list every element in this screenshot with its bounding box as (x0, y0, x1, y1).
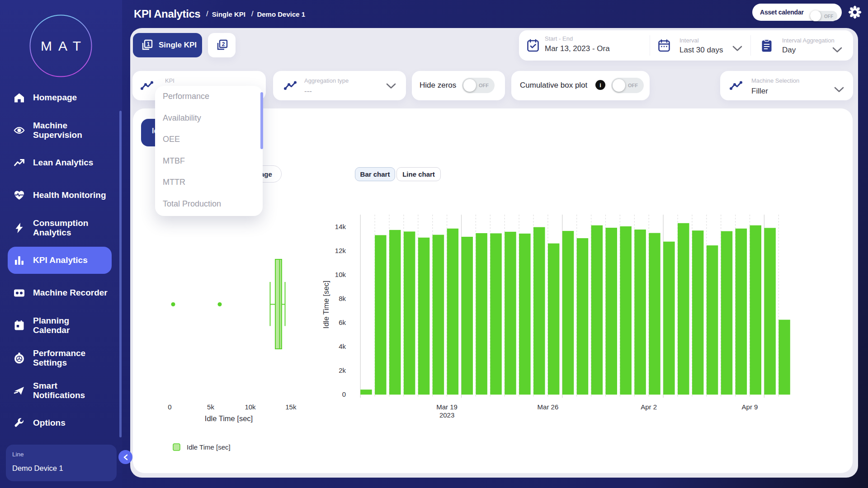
svg-text:4k: 4k (339, 343, 346, 350)
svg-text:0: 0 (168, 403, 171, 411)
svg-text:12k: 12k (335, 247, 346, 254)
svg-text:Mar 26: Mar 26 (538, 403, 559, 411)
svg-text:Apr 9: Apr 9 (742, 403, 758, 411)
svg-text:Apr 2: Apr 2 (641, 403, 657, 411)
svg-text:8k: 8k (339, 295, 346, 302)
svg-text:0: 0 (342, 390, 346, 398)
svg-text:10k: 10k (245, 403, 256, 411)
svg-text:10k: 10k (335, 271, 346, 278)
svg-text:Mar 19: Mar 19 (436, 403, 458, 411)
svg-text:Idle Time [sec]: Idle Time [sec] (322, 281, 330, 328)
svg-text:Idle Time [sec]: Idle Time [sec] (205, 414, 253, 422)
svg-text:2023: 2023 (439, 411, 454, 419)
svg-text:14k: 14k (335, 223, 346, 230)
svg-text:15k: 15k (285, 403, 297, 411)
svg-text:2: 2 (222, 41, 225, 47)
svg-text:2k: 2k (339, 366, 346, 374)
svg-text:Idle Time [sec]: Idle Time [sec] (187, 443, 231, 451)
svg-text:5k: 5k (207, 403, 214, 411)
svg-text:1: 1 (147, 41, 150, 47)
svg-text:6k: 6k (339, 319, 346, 326)
